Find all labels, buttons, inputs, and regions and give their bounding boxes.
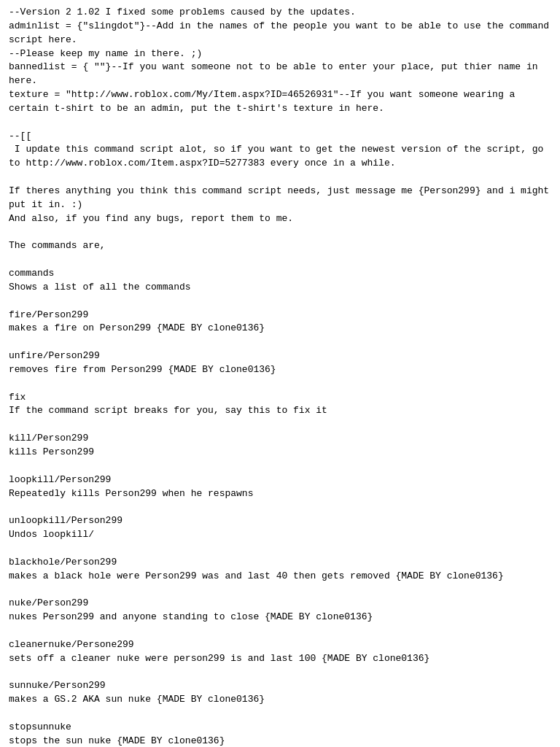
script-content: --Version 2 1.02 I fixed some problems c… xyxy=(9,6,551,747)
main-content-area: --Version 2 1.02 I fixed some problems c… xyxy=(9,6,551,747)
